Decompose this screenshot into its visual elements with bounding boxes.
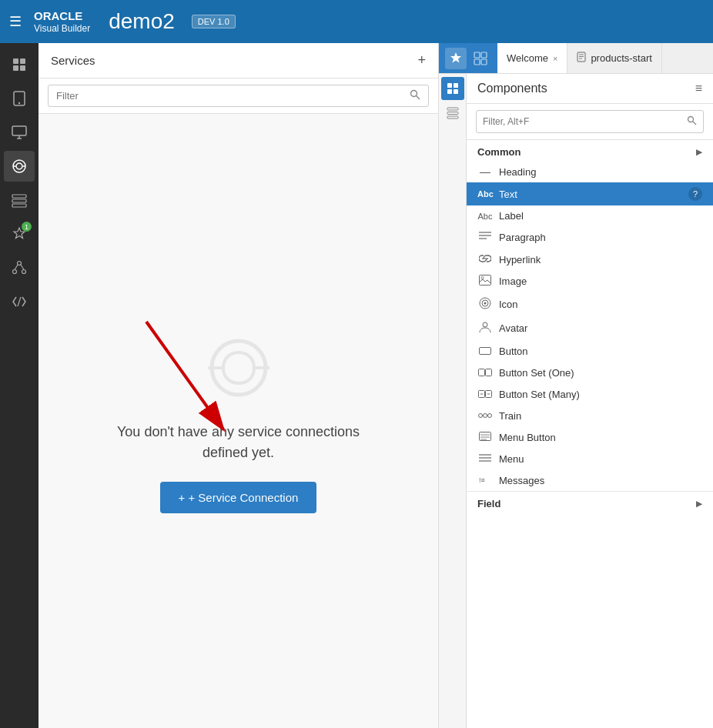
sidebar-item-business-objects[interactable] (4, 185, 35, 215)
svg-point-15 (18, 262, 22, 265)
list-item[interactable]: Hyperlink (467, 249, 713, 270)
tab-products-start[interactable]: products-start (567, 43, 661, 73)
tab-welcome-close[interactable]: × (553, 54, 557, 63)
components-list: Common ▶ — Heading Abc Text ? (467, 140, 713, 728)
list-item[interactable]: Menu Button (467, 426, 713, 448)
svg-text:!≡: !≡ (479, 476, 485, 484)
service-connection-label: + Service Connection (188, 491, 298, 504)
svg-point-16 (13, 270, 17, 274)
svg-rect-41 (447, 116, 458, 119)
filter-input[interactable] (56, 90, 410, 102)
section-common-label: Common (477, 146, 521, 158)
main-layout: 1 Services + (0, 43, 713, 728)
label-icon: Abc (477, 212, 493, 221)
components-filter-input[interactable] (483, 116, 687, 127)
svg-rect-27 (474, 52, 480, 58)
list-item[interactable]: Image (467, 270, 713, 292)
svg-rect-1 (20, 58, 25, 64)
component-label: Button Set (Many) (499, 389, 580, 400)
list-item[interactable]: Abc Text ? (467, 182, 713, 205)
components-content: Components ≡ (467, 74, 713, 728)
component-label: Hyperlink (499, 254, 541, 265)
hyperlink-icon (477, 253, 493, 265)
image-icon (477, 275, 493, 288)
button-icon (477, 345, 493, 357)
svg-point-62 (484, 414, 487, 418)
service-connection-button[interactable]: + + Service Connection (160, 482, 317, 513)
sidebar-item-source[interactable] (4, 286, 35, 317)
list-item[interactable]: Button Set (One) (467, 362, 713, 383)
svg-rect-0 (13, 58, 18, 64)
svg-point-5 (18, 102, 20, 104)
svg-point-42 (688, 117, 694, 122)
svg-rect-13 (12, 199, 26, 202)
services-header: Services + (38, 43, 438, 78)
component-label: Train (499, 410, 521, 422)
list-item[interactable]: — Heading (467, 161, 713, 182)
side-tabs (439, 74, 467, 728)
component-label: Paragraph (499, 232, 546, 243)
list-item[interactable]: Avatar (467, 316, 713, 340)
menu-lines-icon[interactable]: ≡ (695, 82, 702, 95)
tab-panel-icons (439, 43, 497, 73)
app-title: demo2 (109, 9, 175, 34)
hamburger-icon[interactable]: ☰ (9, 13, 22, 30)
heading-icon: — (477, 165, 493, 178)
list-item[interactable]: Button Set (Many) (467, 383, 713, 405)
filter-bar (38, 78, 438, 114)
add-service-button[interactable]: + (417, 52, 426, 68)
svg-rect-6 (12, 126, 26, 135)
svg-rect-55 (479, 369, 485, 376)
list-item[interactable]: Paragraph (467, 226, 713, 249)
list-item[interactable]: Icon (467, 292, 713, 316)
components-panel-icon[interactable] (445, 48, 467, 69)
train-icon (477, 409, 493, 422)
section-common-arrow[interactable]: ▶ (696, 148, 702, 156)
tab-welcome-label: Welcome (507, 52, 548, 64)
list-item[interactable]: Abc Label (467, 205, 713, 226)
sidebar-item-hierarchy[interactable] (4, 252, 35, 283)
svg-rect-38 (454, 89, 458, 94)
sidebar-item-desktop[interactable] (4, 117, 35, 148)
icon-bar: 1 (0, 43, 38, 728)
svg-rect-3 (20, 65, 25, 71)
svg-rect-54 (480, 348, 491, 355)
sidebar-item-services[interactable] (4, 151, 35, 182)
paragraph-icon (477, 231, 493, 244)
oracle-name: ORACLE (34, 9, 90, 23)
component-label: Messages (499, 475, 544, 486)
sidebar-item-mobile[interactable] (4, 83, 35, 114)
tab-welcome[interactable]: Welcome × (497, 43, 567, 73)
component-label: Menu (499, 453, 524, 465)
menu-icon (477, 452, 493, 465)
section-field-arrow[interactable]: ▶ (696, 499, 702, 508)
component-label: Image (499, 276, 527, 287)
svg-rect-39 (447, 108, 458, 110)
side-tab-structure[interactable] (441, 102, 464, 125)
svg-line-18 (15, 265, 18, 270)
side-tab-components[interactable] (441, 77, 464, 100)
comp-search-icon (687, 115, 697, 129)
right-panel: Welcome × products-start (439, 43, 713, 728)
top-header: ☰ ORACLE Visual Builder demo2 DEV 1.0 (0, 0, 713, 43)
icon-component-icon (477, 297, 493, 312)
doc-icon (577, 52, 586, 65)
tab-bar: Welcome × products-start (439, 43, 713, 74)
services-content: You don't have any service connectionsde… (38, 114, 438, 728)
svg-point-53 (483, 322, 487, 327)
svg-rect-29 (474, 59, 480, 65)
list-item[interactable]: !≡ Messages (467, 469, 713, 491)
section-header-field: Field ▶ (467, 492, 713, 513)
svg-point-61 (479, 414, 483, 418)
help-icon[interactable]: ? (688, 187, 702, 201)
svg-rect-30 (481, 59, 487, 65)
structure-panel-icon[interactable] (470, 48, 491, 69)
component-label: Label (499, 210, 524, 222)
messages-icon: !≡ (477, 474, 493, 486)
list-item[interactable]: Train (467, 405, 713, 426)
list-item[interactable]: Menu (467, 448, 713, 469)
comp-filter-wrap (476, 110, 704, 133)
sidebar-item-extensions[interactable]: 1 (4, 219, 35, 249)
list-item[interactable]: Button (467, 340, 713, 362)
sidebar-item-pages[interactable] (4, 49, 35, 80)
